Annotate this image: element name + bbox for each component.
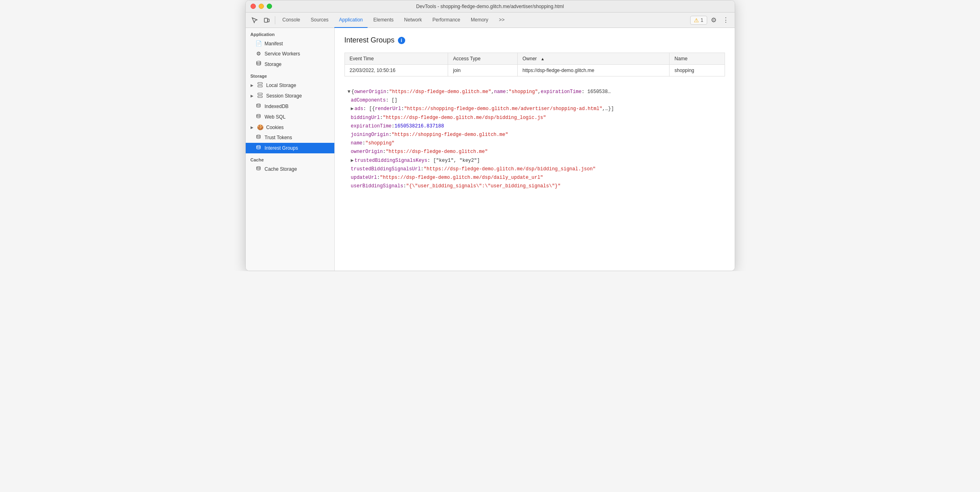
expand-ads-icon[interactable]: ▶ (351, 105, 354, 113)
json-line-ads[interactable]: ▶ ads : [{ renderUrl : "https://shopping… (344, 105, 725, 113)
json-viewer: ▼ { ownerOrigin : "https://dsp-fledge-de… (344, 85, 725, 194)
sidebar-section-cache: Cache (246, 153, 334, 164)
json-line-root[interactable]: ▼ { ownerOrigin : "https://dsp-fledge-de… (344, 88, 725, 96)
table-header-name[interactable]: Name (670, 53, 725, 65)
sidebar-item-web-sql[interactable]: Web SQL (246, 112, 334, 122)
json-line-expirationtime: expirationTime : 1650538216.837188 (344, 122, 725, 131)
sidebar-item-label: Session Storage (266, 93, 302, 99)
tab-more[interactable]: >> (494, 13, 509, 28)
content-area: Interest Groups i Event Time Access Type… (335, 28, 735, 271)
table-cell-access-type: join (448, 65, 517, 76)
json-line-userbiddingsignals: userBiddingSignals : "{\"user_bidding_si… (344, 182, 725, 191)
sort-arrow-icon: ▲ (540, 57, 544, 61)
sidebar-item-storage-app[interactable]: Storage (246, 59, 334, 70)
svg-rect-0 (264, 18, 268, 22)
tab-network[interactable]: Network (399, 13, 427, 28)
sidebar-section-storage: Storage (246, 70, 334, 80)
svg-point-2 (257, 61, 261, 63)
toolbar-divider (275, 16, 275, 24)
storage-app-icon (255, 61, 262, 68)
json-line-adcomponents: adComponents : [] (344, 96, 725, 105)
settings-icon[interactable]: ⚙ (708, 15, 719, 26)
sidebar-item-local-storage[interactable]: ▶ Local Storage (246, 80, 334, 91)
cache-storage-icon (255, 166, 262, 172)
sidebar-item-indexeddb[interactable]: IndexedDB (246, 101, 334, 112)
table-header-event-time[interactable]: Event Time (344, 53, 448, 65)
json-line-trustedbiddingsignalsurl: trustedBiddingSignalsUrl : "https://dsp-… (344, 165, 725, 174)
svg-rect-1 (268, 19, 269, 22)
svg-rect-4 (258, 85, 262, 87)
sidebar-item-label: Service Workers (265, 51, 300, 57)
sidebar-item-session-storage[interactable]: ▶ Session Storage (246, 91, 334, 101)
json-line-updateurl: updateUrl : "https://dsp-fledge-demo.gli… (344, 174, 725, 182)
table-row[interactable]: 22/03/2022, 10:50:16 join https://dsp-fl… (344, 65, 725, 76)
expand-arrow-icon: ▶ (251, 83, 253, 87)
sidebar-item-label: IndexedDB (265, 104, 289, 109)
expand-arrow-icon: ▶ (251, 94, 253, 98)
table-cell-owner: https://dsp-fledge-demo.glitch.me (517, 65, 670, 76)
interest-groups-icon (255, 145, 262, 151)
warning-icon: ⚠ (694, 17, 699, 23)
json-line-ownerorigin: ownerOrigin : "https://dsp-fledge-demo.g… (344, 148, 725, 156)
sidebar-item-label: Local Storage (266, 83, 296, 88)
sidebar-item-label: Web SQL (265, 114, 286, 120)
sidebar-item-interest-groups[interactable]: Interest Groups (246, 143, 334, 153)
collapse-icon[interactable]: ▼ (348, 88, 351, 96)
sidebar-item-label: Cache Storage (265, 166, 297, 172)
main-layout: Application 📄 Manifest ⚙ Service Workers… (246, 28, 735, 271)
sidebar-item-trust-tokens[interactable]: Trust Tokens (246, 132, 334, 143)
json-line-biddingurl: biddingUrl : "https://dsp-fledge-demo.gl… (344, 114, 725, 122)
sidebar-item-cookies[interactable]: ▶ 🍪 Cookies (246, 122, 334, 132)
cookies-icon: 🍪 (257, 124, 264, 130)
traffic-lights (251, 4, 272, 9)
svg-point-7 (257, 104, 260, 105)
warning-badge[interactable]: ⚠ 1 (690, 16, 707, 25)
sidebar-item-service-workers[interactable]: ⚙ Service Workers (246, 49, 334, 59)
svg-point-8 (257, 115, 260, 116)
table-cell-event-time: 22/03/2022, 10:50:16 (344, 65, 448, 76)
info-icon[interactable]: i (398, 37, 405, 44)
manifest-icon: 📄 (255, 40, 262, 47)
expand-arrow-icon: ▶ (251, 125, 253, 129)
trust-tokens-icon (255, 134, 262, 141)
tab-elements[interactable]: Elements (368, 13, 398, 28)
more-options-icon[interactable]: ⋮ (720, 15, 731, 26)
local-storage-icon (257, 82, 264, 89)
indexeddb-icon (255, 103, 262, 110)
json-line-trustedbiddingsignalskeys[interactable]: ▶ trustedBiddingSignalsKeys : ["key1", "… (344, 157, 725, 165)
inspect-tool-button[interactable] (249, 15, 260, 26)
json-line-name: name : "shopping" (344, 139, 725, 148)
sidebar-item-label: Storage (265, 62, 282, 67)
tab-console[interactable]: Console (278, 13, 305, 28)
window-title: DevTools - shopping-fledge-demo.glitch.m… (416, 4, 564, 9)
sidebar-item-cache-storage[interactable]: Cache Storage (246, 164, 334, 174)
table-header-access-type[interactable]: Access Type (448, 53, 517, 65)
toolbar: Console Sources Application Elements Net… (246, 13, 735, 28)
interest-groups-table: Event Time Access Type Owner ▲ Name 22/0… (344, 53, 725, 76)
sidebar-item-label: Manifest (265, 41, 283, 47)
table-header-owner[interactable]: Owner ▲ (517, 53, 670, 65)
svg-point-11 (257, 167, 260, 168)
svg-point-9 (257, 135, 260, 136)
minimize-button[interactable] (259, 4, 264, 9)
maximize-button[interactable] (267, 4, 272, 9)
web-sql-icon (255, 114, 262, 120)
device-toolbar-button[interactable] (261, 15, 272, 26)
titlebar: DevTools - shopping-fledge-demo.glitch.m… (246, 0, 735, 13)
sidebar: Application 📄 Manifest ⚙ Service Workers… (246, 28, 335, 271)
svg-rect-3 (258, 83, 262, 84)
svg-point-10 (257, 146, 260, 147)
sidebar-section-application: Application (246, 28, 334, 38)
table-cell-name: shopping (670, 65, 725, 76)
tab-memory[interactable]: Memory (466, 13, 493, 28)
page-title: Interest Groups (344, 36, 395, 45)
tab-performance[interactable]: Performance (427, 13, 465, 28)
session-storage-icon (257, 93, 264, 99)
expand-trusted-icon[interactable]: ▶ (351, 157, 354, 165)
tab-sources[interactable]: Sources (306, 13, 334, 28)
page-header: Interest Groups i (344, 36, 725, 45)
close-button[interactable] (251, 4, 256, 9)
tab-application[interactable]: Application (334, 13, 368, 28)
sidebar-item-manifest[interactable]: 📄 Manifest (246, 38, 334, 49)
svg-rect-6 (258, 96, 262, 98)
